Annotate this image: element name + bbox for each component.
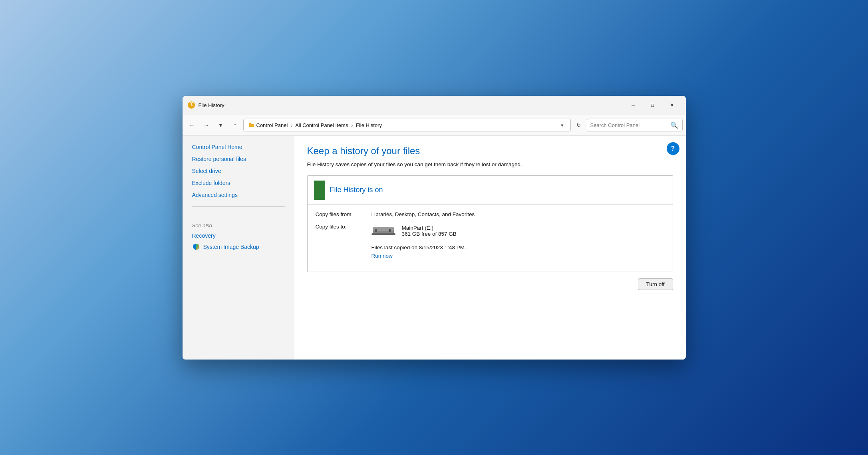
svg-point-4 (389, 229, 391, 232)
window-controls: ─ □ ✕ (624, 99, 681, 111)
maximize-button[interactable]: □ (644, 99, 662, 111)
folder-icon (248, 122, 255, 128)
addressbar: ← → ▼ ↑ Control Panel › All Control Pane… (183, 115, 686, 136)
restore-personal-files-link[interactable]: Restore personal files (192, 156, 285, 162)
system-image-backup-label: System Image Backup (203, 244, 259, 250)
sidebar: Control Panel Home Restore personal file… (183, 136, 294, 360)
advanced-settings-link[interactable]: Advanced settings (192, 192, 285, 198)
dropdown-button[interactable]: ▼ (215, 119, 227, 131)
copy-from-row: Copy files from: Libraries, Desktop, Con… (316, 211, 665, 217)
hard-drive-icon (371, 224, 395, 238)
recovery-link[interactable]: Recovery (192, 232, 285, 239)
control-panel-home-link[interactable]: Control Panel Home (192, 144, 285, 150)
file-history-icon (187, 101, 195, 109)
copy-from-value: Libraries, Desktop, Contacts, and Favori… (371, 211, 475, 217)
security-shield-icon (192, 243, 200, 251)
drive-name: MainPart (E:) (402, 225, 457, 231)
drive-size: 361 GB free of 857 GB (402, 231, 457, 237)
minimize-button[interactable]: ─ (624, 99, 643, 111)
search-box[interactable]: 🔍 (587, 119, 683, 131)
drive-info: MainPart (E:) 361 GB free of 857 GB (402, 225, 457, 237)
refresh-button[interactable]: ↻ (572, 119, 585, 131)
main-layout: Control Panel Home Restore personal file… (183, 136, 686, 360)
svg-rect-3 (375, 229, 377, 232)
titlebar: File History ─ □ ✕ (183, 96, 686, 115)
drive-row: MainPart (E:) 361 GB free of 857 GB (371, 224, 466, 238)
main-window: File History ─ □ ✕ ← → ▼ ↑ Control Panel… (183, 96, 686, 360)
page-subtitle: File History saves copies of your files … (307, 161, 673, 167)
forward-button[interactable]: → (200, 119, 213, 131)
turn-off-button[interactable]: Turn off (638, 278, 673, 290)
see-also-section: See also Recovery System Image Backup (192, 219, 285, 251)
search-input[interactable] (590, 122, 667, 128)
exclude-folders-link[interactable]: Exclude folders (192, 180, 285, 186)
up-button[interactable]: ↑ (229, 119, 242, 131)
back-button[interactable]: ← (186, 119, 199, 131)
close-button[interactable]: ✕ (663, 99, 681, 111)
help-button[interactable]: ? (667, 142, 679, 155)
status-title: File History is on (330, 186, 383, 194)
status-box: File History is on Copy files from: Libr… (307, 175, 673, 272)
select-drive-link[interactable]: Select drive (192, 168, 285, 174)
breadcrumb-text: Control Panel › All Control Panel Items … (256, 122, 556, 128)
run-now-link[interactable]: Run now (371, 253, 393, 259)
status-header: File History is on (308, 176, 673, 205)
copy-to-label: Copy files to: (316, 224, 371, 230)
copy-to-details: MainPart (E:) 361 GB free of 857 GB File… (371, 224, 466, 259)
last-copied-text: Files last copied on 8/15/2023 1:48 PM. (371, 244, 466, 250)
status-body: Copy files from: Libraries, Desktop, Con… (308, 205, 673, 272)
search-icon[interactable]: 🔍 (669, 120, 679, 130)
page-heading: Keep a history of your files (307, 145, 673, 157)
system-image-backup-link[interactable]: System Image Backup (192, 243, 285, 251)
svg-rect-5 (371, 233, 395, 235)
status-indicator-green (314, 181, 325, 200)
address-box[interactable]: Control Panel › All Control Panel Items … (243, 119, 571, 131)
sidebar-divider (192, 206, 285, 207)
copy-to-row: Copy files to: (316, 224, 665, 259)
see-also-heading: See also (192, 223, 285, 228)
address-chevron-icon[interactable]: ▾ (558, 120, 567, 130)
copy-from-label: Copy files from: (316, 211, 371, 217)
turn-off-area: Turn off (307, 272, 673, 293)
window-title: File History (199, 102, 624, 108)
content-area: ? Keep a history of your files File Hist… (294, 136, 686, 360)
